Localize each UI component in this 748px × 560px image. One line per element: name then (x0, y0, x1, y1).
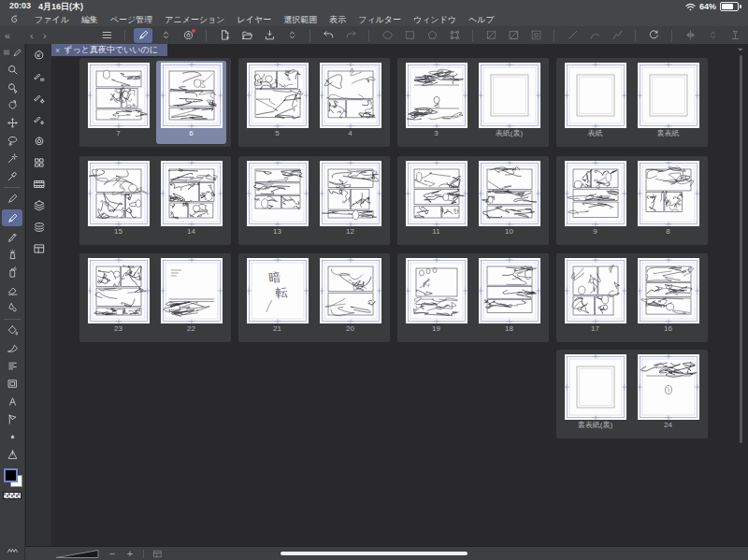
menu-item-file[interactable]: ファイル (35, 14, 69, 26)
undo-button[interactable] (319, 28, 338, 43)
menu-item-selection[interactable]: 選択範囲 (283, 14, 317, 26)
redo-button[interactable] (341, 28, 360, 43)
brush-size-palette[interactable] (29, 134, 50, 148)
page-thumbnail-表紙[interactable]: 表紙 (560, 61, 630, 144)
tool-palette-header[interactable] (3, 46, 22, 59)
page-thumbnail-表紙(裏)[interactable]: 表紙(裏) (474, 61, 544, 144)
auto-select-tool[interactable] (2, 151, 22, 165)
edit-mode-button[interactable] (134, 28, 152, 43)
flip-options-button[interactable] (703, 28, 722, 43)
page-thumbnail-6[interactable]: 6 (156, 61, 226, 144)
timeline-palette[interactable] (29, 177, 50, 191)
main-color-swatch[interactable] (4, 468, 18, 482)
transparent-color-swatch[interactable] (3, 492, 22, 499)
page-thumbnail-10[interactable]: 10 (474, 159, 544, 242)
menu-item-animation[interactable]: アニメーション (165, 14, 224, 26)
gradient-tool[interactable] (2, 341, 22, 355)
page-thumbnail-3[interactable]: 3 (401, 61, 471, 144)
material-palette[interactable] (29, 155, 50, 169)
text-tool[interactable] (2, 395, 22, 409)
page-thumbnail-17[interactable]: 17 (560, 256, 630, 339)
menu-item-help[interactable]: ヘルプ (468, 14, 495, 26)
snap-rotate-button[interactable] (644, 28, 663, 43)
page-thumbnail-裏表紙(裏)[interactable]: 裏表紙(裏) (560, 352, 630, 436)
transform-button[interactable] (445, 28, 464, 43)
select-polygon-button[interactable] (423, 28, 441, 43)
pencil-tool[interactable] (2, 230, 22, 244)
airbrush-tool[interactable] (2, 248, 22, 262)
collapse-toolbar-icon[interactable]: ⌄ (737, 42, 744, 52)
select-rect-button[interactable] (400, 28, 419, 43)
menu-item-filter[interactable]: フィルター (358, 14, 401, 26)
page-thumbnail-24[interactable]: 24 (633, 352, 703, 436)
page-thumbnail-4[interactable]: 4 (315, 61, 385, 144)
page-thumbnail-16[interactable]: 16 (633, 256, 703, 339)
page-thumbnail-13[interactable]: 13 (242, 159, 312, 242)
eyedropper-tool[interactable] (2, 169, 22, 183)
page-thumbnail-18[interactable]: 18 (474, 256, 544, 339)
line-curve-button[interactable] (585, 28, 604, 43)
page-thumbnail-11[interactable]: 11 (401, 159, 471, 242)
liquify-tool-icon[interactable] (7, 544, 19, 556)
object-select-tool[interactable] (2, 80, 22, 94)
page-thumbnail-20[interactable]: 20 (315, 256, 385, 339)
menu-item-page-management[interactable]: ページ管理 (110, 14, 152, 26)
subtool-pen-settings[interactable] (29, 91, 50, 105)
page-manager-palette[interactable] (29, 241, 50, 255)
lasso-tool[interactable] (2, 134, 22, 148)
document-tab[interactable]: × ずっと真夜中でいいのに (51, 44, 167, 56)
line-polyline-button[interactable] (608, 28, 626, 43)
horizontal-scrollbar[interactable] (280, 552, 468, 555)
page-thumbnail-21[interactable]: 暗転21 (242, 256, 312, 339)
page-thumbnail-裏表紙[interactable]: 裏表紙 (633, 61, 703, 144)
balloon-tool[interactable] (2, 412, 22, 426)
history-forward-button[interactable]: › (43, 26, 47, 44)
zoom-out-button[interactable]: − (108, 549, 117, 558)
frame-border-tool[interactable] (2, 377, 22, 391)
subtool-draft-pen[interactable] (29, 69, 50, 83)
page-thumbnail-12[interactable]: 12 (315, 159, 385, 242)
layer-palette[interactable] (29, 198, 50, 212)
page-thumbnail-9[interactable]: 9 (560, 159, 630, 242)
page-thumbnail-23[interactable]: 23 (83, 256, 153, 339)
color-swatches[interactable] (2, 467, 22, 488)
blend-tool[interactable] (2, 301, 22, 315)
vertical-scrollbar[interactable] (740, 55, 742, 443)
menu-item-edit[interactable]: 編集 (81, 14, 98, 26)
page-thumbnail-15[interactable]: 15 (83, 159, 153, 242)
zoom-in-button[interactable]: + (125, 549, 135, 558)
onion-skin-button[interactable] (726, 28, 744, 43)
pen-tool[interactable] (2, 192, 22, 206)
close-tab-icon[interactable]: × (55, 46, 60, 55)
flip-horizontal-button[interactable] (681, 28, 699, 43)
menu-item-window[interactable]: ウィンドウ (413, 14, 456, 26)
deselect-button[interactable] (482, 28, 500, 43)
zoom-slider[interactable] (56, 549, 99, 559)
marker-tool[interactable] (2, 209, 22, 226)
subtool-pen-opacity[interactable] (29, 112, 50, 126)
expand-selection-button[interactable] (526, 28, 545, 43)
line-straight-button[interactable] (563, 28, 582, 43)
reset-view[interactable] (29, 48, 50, 62)
new-canvas-button[interactable] (215, 28, 234, 43)
zoom-tool[interactable] (2, 63, 22, 77)
collapse-left-button[interactable]: « (5, 26, 10, 44)
move-tool[interactable] (2, 116, 22, 130)
page-thumbnail-8[interactable]: 8 (633, 159, 703, 242)
page-thumbnail-14[interactable]: 14 (156, 159, 226, 242)
save-export-button[interactable] (260, 28, 279, 43)
save-options-button[interactable] (282, 28, 301, 43)
fill-tool[interactable] (2, 323, 22, 337)
page-thumbnail-19[interactable]: 19 (401, 256, 471, 339)
rotate-canvas-tool[interactable] (2, 98, 22, 112)
sync-settings-button[interactable] (179, 28, 197, 43)
page-thumbnail-5[interactable]: 5 (242, 61, 312, 144)
ruler-tool[interactable] (2, 448, 22, 462)
menu-item-layer[interactable]: レイヤー (237, 14, 272, 26)
main-menu-button[interactable] (97, 28, 116, 43)
history-back-button[interactable]: ‹ (30, 26, 34, 44)
select-ellipse-button[interactable] (378, 28, 396, 43)
navigator-icon[interactable] (152, 549, 163, 559)
open-file-button[interactable] (237, 28, 256, 43)
decoration-tool[interactable] (2, 266, 22, 280)
